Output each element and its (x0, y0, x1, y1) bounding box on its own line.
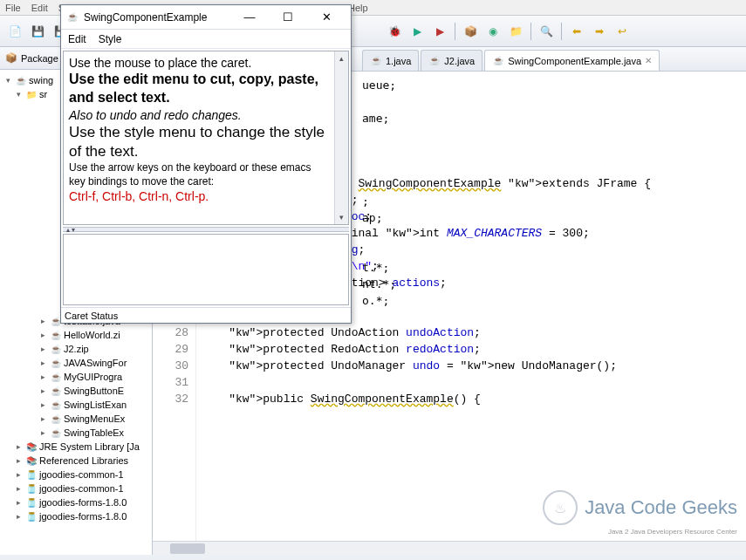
library-icon: 📚 (25, 440, 38, 453)
chevron-right-icon[interactable]: ▸ (38, 386, 48, 396)
run-ext-icon[interactable]: ▶ (430, 22, 449, 41)
tree-file[interactable]: ▸☕SwingButtonE (2, 384, 150, 398)
java-file-icon: ☕ (50, 371, 62, 383)
swing-menubar: Edit Style (61, 30, 351, 49)
textpane-scrollbar[interactable]: ▴▾ (334, 51, 348, 224)
tree-file[interactable]: ▸☕MyGUIProgra (2, 370, 150, 384)
tab-j2[interactable]: ☕J2.java (421, 50, 483, 71)
close-button[interactable]: ✕ (307, 5, 346, 30)
tree-file[interactable]: ▸☕J2.zip (2, 342, 150, 356)
swing-titlebar[interactable]: ☕SwingComponentExample — ☐ ✕ (61, 5, 351, 30)
split-divider[interactable]: ▴▾ (63, 227, 349, 232)
tree-jar[interactable]: ▸🫙jgoodies-forms-1.8.0 (2, 509, 150, 523)
textpane-line[interactable]: Use the mouse to place the caret. (69, 55, 343, 71)
swing-app-window: ☕SwingComponentExample — ☐ ✕ Edit Style … (60, 4, 352, 324)
forward-icon[interactable]: ➡ (590, 22, 609, 41)
chevron-right-icon[interactable]: ▸ (14, 498, 24, 508)
chevron-right-icon[interactable]: ▸ (38, 345, 48, 354)
swing-status-bar: Caret Status (61, 307, 351, 323)
tree-file[interactable]: ▸☕HelloWorld.zi (2, 328, 150, 342)
chevron-down-icon[interactable]: ▾ (14, 90, 24, 99)
chevron-right-icon[interactable]: ▸ (38, 414, 48, 424)
close-icon[interactable]: ✕ (645, 56, 652, 65)
save-icon[interactable]: 💾 (28, 22, 47, 41)
tree-library[interactable]: ▸📚JRE System Library [Ja (2, 440, 150, 454)
java-file-icon: ☕ (492, 55, 504, 67)
tree-file[interactable]: ▸☕SwingTableEx (2, 426, 150, 440)
menu-edit[interactable]: Edit (31, 3, 48, 13)
java-file-icon: ☕ (50, 413, 62, 425)
java-app-icon: ☕ (66, 11, 79, 24)
library-icon: 📚 (25, 454, 38, 467)
textpane-line[interactable]: Use the edit menu to cut, copy, paste, a… (69, 71, 343, 107)
jar-icon: 🫙 (25, 496, 38, 509)
chevron-right-icon[interactable]: ▸ (38, 400, 48, 410)
textpane-line[interactable]: Use the style menu to change the style o… (69, 123, 343, 161)
swing-changelog[interactable] (63, 234, 349, 305)
project-icon: ☕ (15, 74, 27, 86)
tree-jar[interactable]: ▸🫙jgoodies-common-1 (2, 468, 150, 481)
package-icon: 📦 (5, 52, 17, 64)
scroll-up-icon[interactable]: ▴ (335, 51, 348, 65)
new-class-icon[interactable]: ◉ (483, 22, 503, 41)
swing-textpane[interactable]: Use the mouse to place the caret. Use th… (63, 51, 349, 225)
tab-swing-example[interactable]: ☕SwingComponentExample.java✕ (484, 50, 660, 71)
swing-title-text: SwingComponentExample (84, 11, 207, 24)
collapse-up-icon[interactable]: ▴ (66, 226, 70, 234)
java-file-icon: ☕ (50, 385, 62, 397)
tree-jar[interactable]: ▸🫙jgoodies-forms-1.8.0 (2, 495, 150, 509)
minimize-button[interactable]: — (230, 5, 269, 30)
debug-icon[interactable]: 🐞 (385, 22, 404, 41)
chevron-right-icon[interactable]: ▸ (38, 331, 48, 340)
chevron-down-icon[interactable]: ▾ (3, 76, 13, 85)
jar-icon: 🫙 (25, 468, 38, 481)
java-file-icon: ☕ (428, 55, 441, 67)
run-icon[interactable]: ▶ (407, 22, 427, 41)
tree-jar[interactable]: ▸🫙jgoodies-common-1 (2, 481, 150, 495)
open-type-icon[interactable]: 📁 (506, 22, 525, 41)
src-folder-icon: 📁 (25, 88, 38, 100)
textpane-line[interactable]: Also to undo and redo changes. (69, 107, 343, 123)
tree-library[interactable]: ▸📚Referenced Libraries (2, 454, 150, 468)
chevron-right-icon[interactable]: ▸ (38, 359, 48, 368)
java-file-icon: ☕ (50, 329, 62, 341)
scroll-down-icon[interactable]: ▾ (335, 210, 348, 224)
jar-icon: 🫙 (25, 482, 38, 495)
chevron-right-icon[interactable]: ▸ (14, 456, 24, 466)
java-file-icon: ☕ (50, 343, 62, 355)
tree-file[interactable]: ▸☕JAVASwingFor (2, 356, 150, 370)
chevron-right-icon[interactable]: ▸ (38, 428, 48, 438)
tree-file[interactable]: ▸☕SwingMenuEx (2, 412, 150, 426)
java-file-icon: ☕ (50, 357, 62, 369)
horizontal-scrollbar[interactable] (153, 541, 746, 555)
chevron-right-icon[interactable]: ▸ (14, 442, 24, 452)
new-icon[interactable]: 📄 (5, 22, 24, 41)
tab-j1[interactable]: ☕1.java (362, 50, 419, 71)
nav-last-icon[interactable]: ↩ (613, 22, 632, 41)
collapse-down-icon[interactable]: ▾ (72, 226, 75, 234)
chevron-right-icon[interactable]: ▸ (14, 484, 24, 494)
menu-file[interactable]: File (5, 3, 21, 13)
maximize-button[interactable]: ☐ (269, 5, 307, 30)
java-file-icon: ☕ (50, 399, 62, 411)
back-icon[interactable]: ⬅ (567, 22, 586, 41)
chevron-right-icon[interactable]: ▸ (14, 470, 24, 480)
chevron-right-icon[interactable]: ▸ (38, 372, 48, 382)
swing-menu-style[interactable]: Style (99, 33, 122, 45)
textpane-line[interactable]: Ctrl-f, Ctrl-b, Ctrl-n, Ctrl-p. (69, 188, 343, 204)
java-file-icon: ☕ (50, 427, 62, 439)
new-pkg-icon[interactable]: 📦 (461, 22, 480, 41)
java-file-icon: ☕ (370, 55, 382, 67)
swing-menu-edit[interactable]: Edit (68, 33, 86, 45)
textpane-line[interactable]: Use the arrow keys on the keyboard or th… (69, 161, 343, 188)
jar-icon: 🫙 (25, 510, 38, 522)
tree-file[interactable]: ▸☕SwingListExan (2, 398, 150, 412)
chevron-right-icon[interactable]: ▸ (38, 317, 48, 326)
search-icon[interactable]: 🔍 (537, 22, 556, 41)
chevron-right-icon[interactable]: ▸ (14, 512, 24, 522)
